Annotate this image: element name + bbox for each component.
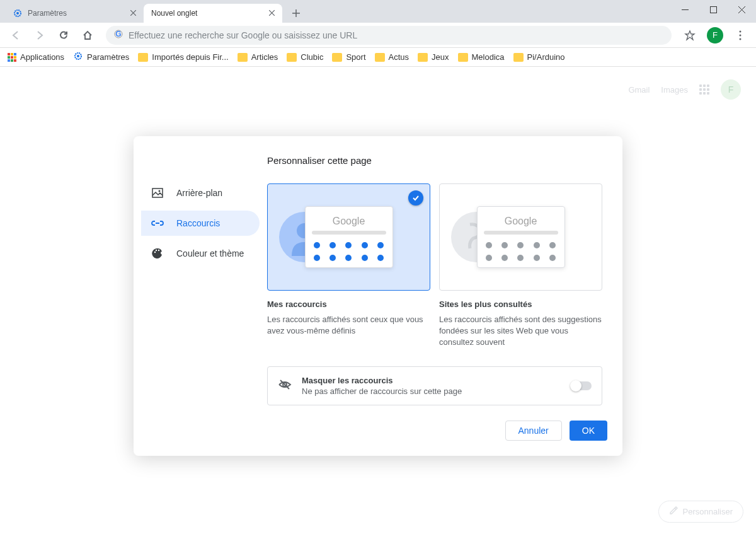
bookmark-label: Jeux: [432, 52, 449, 62]
bookmark-folder[interactable]: Articles: [238, 52, 278, 62]
omnibox[interactable]: G Effectuez une recherche sur Google ou …: [106, 26, 672, 45]
bookmark-folder[interactable]: Jeux: [418, 52, 449, 62]
tab-title: Paramètres: [28, 9, 125, 18]
dialog-title: Personnaliser cette page: [267, 155, 602, 166]
svg-point-15: [158, 250, 159, 251]
bookmark-star-button[interactable]: [679, 25, 701, 46]
tab-settings[interactable]: Paramètres: [5, 4, 144, 23]
option-desc: Les raccourcis affichés sont des suggest…: [439, 314, 602, 349]
svg-point-3: [16, 12, 19, 15]
option-my-shortcuts[interactable]: Google Mes raccourcis Les raccourcis aff…: [267, 183, 430, 349]
link-icon: [151, 217, 164, 229]
svg-point-14: [156, 250, 157, 251]
sidebar-label: Couleur et thème: [176, 248, 244, 258]
customize-page-button[interactable]: Personnaliser: [658, 501, 744, 523]
bookmark-label: Clubic: [301, 52, 323, 62]
svg-rect-11: [152, 189, 163, 197]
gear-icon: [73, 51, 83, 63]
gear-icon: [13, 8, 23, 18]
google-icon: G: [113, 29, 123, 42]
hide-shortcuts-row: Masquer les raccourcis Ne pas afficher d…: [267, 366, 602, 405]
sidebar-label: Raccourcis: [176, 218, 220, 228]
pencil-icon: [669, 506, 678, 517]
cancel-button[interactable]: Annuler: [505, 421, 562, 441]
omnibox-placeholder: Effectuez une recherche sur Google ou sa…: [129, 30, 357, 40]
home-button[interactable]: [77, 25, 98, 46]
sidebar-label: Arrière-plan: [176, 188, 222, 198]
tab-title: Nouvel onglet: [151, 9, 264, 18]
option-title: Mes raccourcis: [267, 299, 430, 309]
close-icon[interactable]: [130, 9, 136, 18]
svg-text:G: G: [115, 30, 121, 38]
palette-icon: [151, 247, 164, 260]
folder-icon: [287, 53, 297, 62]
svg-rect-0: [682, 9, 689, 10]
svg-point-8: [740, 38, 742, 40]
bookmark-folder[interactable]: Pi/Arduino: [513, 52, 565, 62]
preview-tile: Google: [305, 206, 393, 268]
svg-rect-1: [711, 6, 717, 13]
hide-title: Masquer les raccourcis: [302, 376, 561, 385]
profile-button[interactable]: F: [707, 27, 723, 44]
google-logo: Google: [312, 216, 386, 227]
option-title: Sites les plus consultés: [439, 299, 602, 309]
tab-new[interactable]: Nouvel onglet: [144, 4, 282, 23]
sidebar-item-shortcuts[interactable]: Raccourcis: [141, 211, 260, 236]
option-desc: Les raccourcis affichés sont ceux que vo…: [267, 314, 430, 337]
close-icon[interactable]: [269, 9, 275, 18]
folder-icon: [458, 53, 468, 62]
bookmark-folder[interactable]: Clubic: [287, 52, 323, 62]
svg-point-10: [77, 55, 79, 57]
bookmarks-bar: Applications Paramètres Importés depuis …: [0, 48, 756, 67]
customize-label: Personnaliser: [683, 507, 733, 516]
window-close[interactable]: [728, 0, 756, 19]
hide-toggle[interactable]: [571, 381, 592, 390]
preview-tile: Google: [477, 206, 565, 268]
new-tab-button[interactable]: [287, 4, 305, 22]
customize-dialog: Arrière-plan Raccourcis Couleur et thème…: [134, 136, 622, 456]
svg-point-12: [159, 190, 161, 192]
bookmark-label: Importés depuis Fir...: [152, 52, 228, 62]
folder-icon: [513, 53, 524, 62]
bookmark-folder[interactable]: Actus: [375, 52, 410, 62]
back-button[interactable]: [5, 25, 26, 46]
sidebar-item-theme[interactable]: Couleur et thème: [141, 241, 260, 266]
folder-icon: [332, 53, 342, 62]
hide-desc: Ne pas afficher de raccourcis sur cette …: [302, 386, 561, 396]
option-most-visited[interactable]: Google Sites les plus consultés Les racc…: [439, 183, 602, 349]
svg-point-13: [154, 252, 156, 253]
ok-button[interactable]: OK: [570, 421, 607, 441]
window-maximize[interactable]: [699, 0, 728, 19]
bookmark-label: Actus: [389, 52, 410, 62]
svg-point-6: [740, 30, 742, 32]
folder-icon: [138, 53, 148, 62]
apps-icon: [8, 53, 16, 62]
folder-icon: [375, 53, 385, 62]
window-minimize[interactable]: [671, 0, 699, 19]
bookmark-label: Sport: [346, 52, 365, 62]
google-logo: Google: [484, 216, 558, 227]
bookmark-label: Melodica: [472, 52, 505, 62]
bookmark-folder[interactable]: Sport: [332, 52, 365, 62]
bookmark-label: Paramètres: [87, 52, 129, 62]
bookmark-label: Applications: [20, 52, 64, 62]
svg-point-7: [740, 34, 742, 36]
bookmark-label: Articles: [251, 52, 278, 62]
check-icon: [408, 190, 423, 206]
bookmark-label: Pi/Arduino: [527, 52, 565, 62]
kebab-menu[interactable]: [730, 25, 751, 46]
bookmark-folder[interactable]: Melodica: [458, 52, 505, 62]
tab-strip: Paramètres Nouvel onglet: [0, 0, 756, 23]
toolbar: G Effectuez une recherche sur Google ou …: [0, 23, 756, 48]
eye-off-icon: [278, 378, 292, 394]
bookmark-folder[interactable]: Importés depuis Fir...: [138, 52, 228, 62]
folder-icon: [418, 53, 428, 62]
forward-button[interactable]: [29, 25, 50, 46]
image-icon: [151, 187, 164, 199]
apps-button[interactable]: Applications: [8, 52, 64, 62]
bookmark-settings[interactable]: Paramètres: [73, 51, 129, 63]
folder-icon: [238, 53, 248, 62]
sidebar-item-background[interactable]: Arrière-plan: [141, 180, 260, 206]
dialog-sidebar: Arrière-plan Raccourcis Couleur et thème: [134, 136, 260, 405]
reload-button[interactable]: [53, 25, 74, 46]
